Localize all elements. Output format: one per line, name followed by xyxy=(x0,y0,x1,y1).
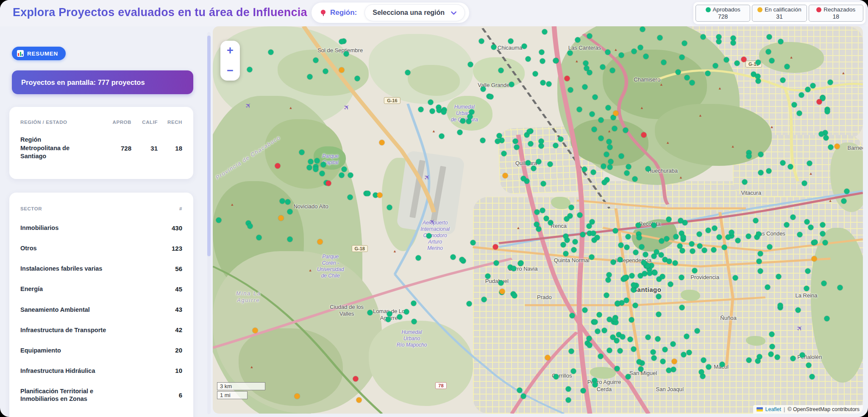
project-marker-approved[interactable] xyxy=(780,160,785,166)
project-marker-approved[interactable] xyxy=(841,198,847,204)
project-marker-approved[interactable] xyxy=(626,164,632,170)
project-marker-approved[interactable] xyxy=(428,99,434,105)
project-marker-approved[interactable] xyxy=(757,269,763,274)
project-marker-approved[interactable] xyxy=(755,59,761,65)
project-marker-approved[interactable] xyxy=(575,37,580,42)
project-marker-approved[interactable] xyxy=(778,303,783,308)
project-marker-approved[interactable] xyxy=(824,109,830,115)
project-marker-approved[interactable] xyxy=(355,76,360,81)
region-select-dropdown[interactable]: Selecciona una región xyxy=(364,4,465,21)
project-marker-approved[interactable] xyxy=(604,292,609,298)
project-marker-approved[interactable] xyxy=(488,94,493,99)
project-marker-approved[interactable] xyxy=(387,205,392,210)
project-marker-approved[interactable] xyxy=(247,67,253,72)
project-marker-approved[interactable] xyxy=(787,164,793,169)
project-marker-approved[interactable] xyxy=(287,236,292,242)
project-marker-approved[interactable] xyxy=(697,231,702,237)
project-marker-rejected[interactable] xyxy=(741,56,747,62)
project-marker-approved[interactable] xyxy=(511,266,517,271)
project-marker-approved[interactable] xyxy=(451,254,456,260)
project-marker-approved[interactable] xyxy=(657,35,663,41)
project-marker-approved[interactable] xyxy=(586,336,592,341)
project-marker-approved[interactable] xyxy=(539,143,544,149)
project-marker-approved[interactable] xyxy=(571,247,576,253)
project-marker-approved[interactable] xyxy=(367,310,373,316)
project-marker-approved[interactable] xyxy=(792,102,797,107)
project-marker-approved[interactable] xyxy=(645,335,651,340)
project-marker-approved[interactable] xyxy=(638,367,643,372)
project-marker-approved[interactable] xyxy=(568,87,573,93)
sidebar-scrollbar-thumb[interactable] xyxy=(207,36,211,256)
project-marker-approved[interactable] xyxy=(626,234,631,239)
project-marker-approved[interactable] xyxy=(536,159,542,164)
project-marker-approved[interactable] xyxy=(770,344,775,349)
project-marker-approved[interactable] xyxy=(605,49,610,55)
project-marker-approved[interactable] xyxy=(632,176,637,182)
project-marker-approved[interactable] xyxy=(615,300,620,306)
project-marker-approved[interactable] xyxy=(755,74,761,79)
project-marker-approved[interactable] xyxy=(687,350,692,355)
project-marker-approved[interactable] xyxy=(692,268,697,274)
project-marker-approved[interactable] xyxy=(607,164,612,170)
project-marker-approved[interactable] xyxy=(656,312,661,317)
project-marker-qualifying[interactable] xyxy=(379,140,384,145)
project-marker-approved[interactable] xyxy=(797,110,802,116)
project-marker-approved[interactable] xyxy=(658,252,664,257)
project-marker-approved[interactable] xyxy=(514,144,519,150)
project-marker-approved[interactable] xyxy=(587,223,592,229)
project-marker-approved[interactable] xyxy=(664,236,670,241)
project-marker-approved[interactable] xyxy=(508,39,513,44)
project-marker-approved[interactable] xyxy=(467,62,473,67)
project-marker-approved[interactable] xyxy=(279,199,285,204)
project-marker-approved[interactable] xyxy=(681,352,687,357)
project-marker-approved[interactable] xyxy=(778,39,784,45)
project-marker-approved[interactable] xyxy=(633,302,638,308)
project-marker-approved[interactable] xyxy=(807,161,812,166)
project-marker-approved[interactable] xyxy=(844,188,850,194)
project-marker-approved[interactable] xyxy=(784,64,790,70)
project-marker-approved[interactable] xyxy=(651,350,656,355)
project-marker-approved[interactable] xyxy=(547,162,553,167)
project-marker-approved[interactable] xyxy=(573,239,578,244)
project-marker-approved[interactable] xyxy=(320,171,325,176)
project-marker-approved[interactable] xyxy=(526,56,531,62)
project-marker-approved[interactable] xyxy=(542,29,547,35)
project-marker-approved[interactable] xyxy=(600,64,605,70)
project-marker-approved[interactable] xyxy=(569,204,574,210)
project-marker-approved[interactable] xyxy=(543,215,549,221)
project-marker-approved[interactable] xyxy=(397,314,402,319)
project-marker-approved[interactable] xyxy=(806,363,811,368)
project-marker-approved[interactable] xyxy=(724,57,729,62)
project-marker-approved[interactable] xyxy=(540,207,545,213)
project-marker-approved[interactable] xyxy=(679,55,685,60)
project-marker-approved[interactable] xyxy=(758,170,764,175)
project-marker-approved[interactable] xyxy=(617,257,623,262)
zoom-out-button[interactable]: − xyxy=(223,64,237,77)
project-marker-approved[interactable] xyxy=(757,251,763,256)
project-marker-approved[interactable] xyxy=(801,180,807,186)
project-marker-approved[interactable] xyxy=(652,270,657,276)
project-marker-approved[interactable] xyxy=(606,139,612,145)
project-marker-approved[interactable] xyxy=(805,269,811,274)
project-marker-approved[interactable] xyxy=(553,58,559,63)
project-marker-approved[interactable] xyxy=(769,58,774,63)
project-marker-approved[interactable] xyxy=(612,316,618,322)
project-marker-approved[interactable] xyxy=(577,107,582,112)
project-marker-approved[interactable] xyxy=(593,94,598,100)
project-marker-approved[interactable] xyxy=(618,154,624,159)
project-marker-approved[interactable] xyxy=(313,58,319,63)
project-marker-approved[interactable] xyxy=(591,126,597,132)
project-marker-approved[interactable] xyxy=(679,305,685,311)
project-marker-approved[interactable] xyxy=(601,164,606,169)
project-marker-approved[interactable] xyxy=(546,81,551,87)
project-marker-approved[interactable] xyxy=(637,45,643,50)
project-marker-approved[interactable] xyxy=(495,138,501,144)
project-marker-approved[interactable] xyxy=(418,107,424,112)
project-marker-approved[interactable] xyxy=(481,297,487,302)
project-marker-approved[interactable] xyxy=(426,233,432,238)
project-marker-approved[interactable] xyxy=(655,336,661,341)
project-marker-qualifying[interactable] xyxy=(834,144,840,149)
project-marker-approved[interactable] xyxy=(667,259,672,264)
project-marker-rejected[interactable] xyxy=(565,76,570,81)
project-marker-approved[interactable] xyxy=(577,213,583,218)
